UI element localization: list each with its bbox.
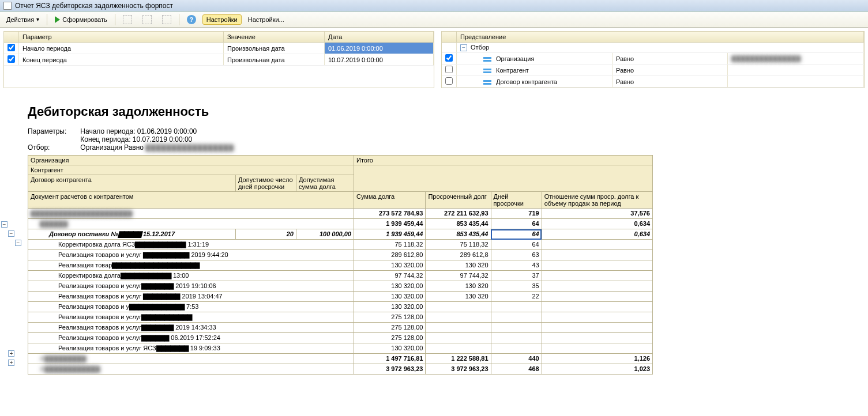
form-label: Сформировать — [62, 16, 107, 23]
param-date[interactable]: 01.06.2019 0:00:00 — [325, 43, 434, 54]
group-row[interactable]: ▇▇▇▇▇▇ — [28, 219, 354, 229]
tool-button-1[interactable] — [119, 13, 136, 26]
cell-days: 37 — [491, 271, 542, 281]
col-value[interactable]: Значение — [224, 32, 325, 43]
filter-condition[interactable]: Равно — [613, 65, 728, 76]
hdr-overdue: Просроченный долг — [426, 192, 491, 209]
doc-row[interactable]: Реализация товаров и услуг ▇▇▇▇▇▇▇▇▇▇ 20… — [28, 250, 354, 260]
col-date[interactable]: Дата — [325, 32, 434, 43]
cell-debt: 130 320,00 — [354, 343, 426, 354]
cell-days — [491, 333, 542, 343]
doc-row[interactable]: Реализация товаров и услуг▇▇▇▇▇▇▇ 2019 1… — [28, 281, 354, 292]
tree-toggle[interactable]: − — [15, 240, 21, 246]
settings-button[interactable]: Настройки — [202, 14, 242, 25]
cell-debt: 289 612,80 — [354, 250, 426, 260]
param-row-check[interactable] — [7, 55, 15, 63]
doc-row[interactable]: Реализация товаров и услуг▇▇▇▇▇▇ 06.2019… — [28, 333, 354, 343]
tree-toggle[interactable]: − — [8, 230, 14, 237]
param-name[interactable]: Конец периода — [19, 54, 224, 66]
help-button[interactable]: ? — [183, 13, 200, 26]
cell-overdue — [426, 312, 491, 323]
filter-row-check[interactable] — [445, 77, 453, 85]
doc-row[interactable]: Реализация товаров и услуг▇▇▇▇▇▇▇ 2019 1… — [28, 323, 354, 333]
param-date[interactable]: 10.07.2019 0:00:00 — [325, 54, 434, 66]
tree-toggle[interactable]: + — [8, 350, 14, 357]
col-param[interactable]: Параметр — [19, 32, 224, 43]
hdr-doc: Документ расчетов с контрагентом — [28, 192, 354, 209]
filter-field[interactable]: Контрагент — [457, 65, 613, 76]
tree-toggle[interactable]: + — [8, 360, 14, 366]
hdr-total: Итого — [354, 156, 653, 165]
filter-value[interactable] — [728, 76, 864, 88]
doc-row[interactable]: Реализация товаров и у▇▇▇▇▇▇▇▇▇▇▇▇ 7:53 — [28, 302, 354, 312]
cell-debt: 275 128,00 — [354, 312, 426, 323]
collapse-icon[interactable]: − — [460, 44, 467, 51]
filter-row-check[interactable] — [445, 66, 453, 73]
settings-advanced-button[interactable]: Настройки... — [244, 14, 288, 25]
cell-days: 468 — [491, 364, 542, 375]
play-icon — [55, 16, 60, 23]
cell-ratio: 1,023 — [542, 364, 652, 375]
group-row[interactable]: А▇▇▇▇▇▇▇▇▇ — [28, 354, 354, 364]
doc-row[interactable]: Реализация товаров и услуг▇▇▇▇▇▇▇▇▇▇▇ — [28, 312, 354, 323]
doc-row[interactable]: Реализация товар▇▇▇▇▇▇▇▇▇▇▇▇▇▇▇▇▇▇▇ — [28, 260, 354, 271]
cell-debt: 130 320,00 — [354, 292, 426, 302]
filter-condition[interactable]: Равно — [613, 76, 728, 88]
parameters-panel: Параметр Значение Дата Начало периода Пр… — [3, 31, 434, 88]
doc-row[interactable]: Корректировка долга ЯСЗ▇▇▇▇▇▇▇▇▇▇▇ 1:31:… — [28, 240, 354, 250]
filter-root[interactable]: − Отбор — [457, 43, 864, 53]
form-button[interactable]: Сформировать — [51, 14, 111, 25]
param-value[interactable]: Произвольная дата — [224, 43, 325, 54]
param-value[interactable]: Произвольная дата — [224, 54, 325, 66]
hdr-allow-sum: Допустимая сумма долга — [296, 175, 354, 192]
cell-ratio — [542, 260, 652, 271]
tool-icon — [162, 15, 171, 24]
contract-row[interactable]: Договор поставки №▇▇▇▇▇ 15.12.2017 — [28, 229, 236, 240]
cell-debt: 273 572 784,93 — [354, 209, 426, 219]
tree-toggle[interactable]: − — [1, 221, 7, 228]
cell-overdue: 3 972 963,23 — [426, 364, 491, 375]
filter-condition[interactable]: Равно — [613, 53, 728, 65]
filter-text: Организация Равно — [80, 143, 144, 152]
doc-row[interactable]: Корректировка долга▇▇▇▇▇▇▇▇▇▇▇ 13:00 — [28, 271, 354, 281]
param-name[interactable]: Начало периода — [19, 43, 224, 54]
cell-debt: 130 320,00 — [354, 281, 426, 292]
equals-icon — [483, 69, 491, 73]
param-start: Начало периода: 01.06.2019 0:00:00 — [80, 127, 197, 135]
chevron-down-icon: ▾ — [36, 16, 39, 22]
group-row[interactable]: ▇▇▇▇▇▇▇▇▇▇▇▇▇▇▇▇▇▇▇▇▇▇ — [28, 209, 354, 219]
equals-icon — [483, 80, 491, 85]
tool-icon — [142, 15, 152, 24]
tool-button-2[interactable] — [138, 13, 156, 26]
cell-ratio — [542, 312, 652, 323]
actions-label: Действия — [6, 16, 34, 23]
cell-ratio — [542, 240, 652, 250]
tool-icon — [123, 15, 132, 24]
toolbar: Действия ▾ Сформировать ? Настройки Наст… — [0, 12, 868, 28]
filter-value[interactable]: ▇▇▇▇▇▇▇▇▇▇▇▇▇▇▇ — [728, 53, 864, 65]
col-representation[interactable]: Представление — [457, 32, 864, 43]
tool-button-3[interactable] — [158, 13, 175, 26]
cell-overdue — [426, 343, 491, 354]
cell-debt: 3 972 963,23 — [354, 364, 426, 375]
cell-ratio: 37,576 — [542, 209, 652, 219]
filter-row-check[interactable] — [445, 54, 453, 62]
actions-dropdown[interactable]: Действия ▾ — [2, 14, 43, 25]
hdr-allow-days: Допустимое число дней просрочки — [236, 175, 296, 192]
filter-value[interactable] — [728, 65, 864, 76]
cell-ratio: 0,634 — [542, 219, 652, 229]
filter-field[interactable]: Организация — [457, 53, 613, 65]
group-row[interactable]: А▇▇▇▇▇▇▇▇▇▇▇▇ — [28, 364, 354, 375]
hdr-days: Дней просрочки — [491, 192, 542, 209]
hdr-contract: Договор контрагента — [28, 175, 236, 192]
cell-days: 440 — [491, 354, 542, 364]
cell-overdue: 130 320 — [426, 292, 491, 302]
doc-row[interactable]: Реализация товаров и услуг ▇▇▇▇▇▇▇▇ 2019… — [28, 292, 354, 302]
filter-field[interactable]: Договор контрагента — [457, 76, 613, 88]
cell-ratio — [542, 302, 652, 312]
cell-ratio — [542, 343, 652, 354]
doc-row[interactable]: Реализация товаров и услуг ЯСЗ▇▇▇▇▇▇▇ 19… — [28, 343, 354, 354]
col-check — [442, 32, 457, 43]
cell-days: 63 — [491, 250, 542, 260]
param-row-check[interactable] — [7, 44, 15, 51]
